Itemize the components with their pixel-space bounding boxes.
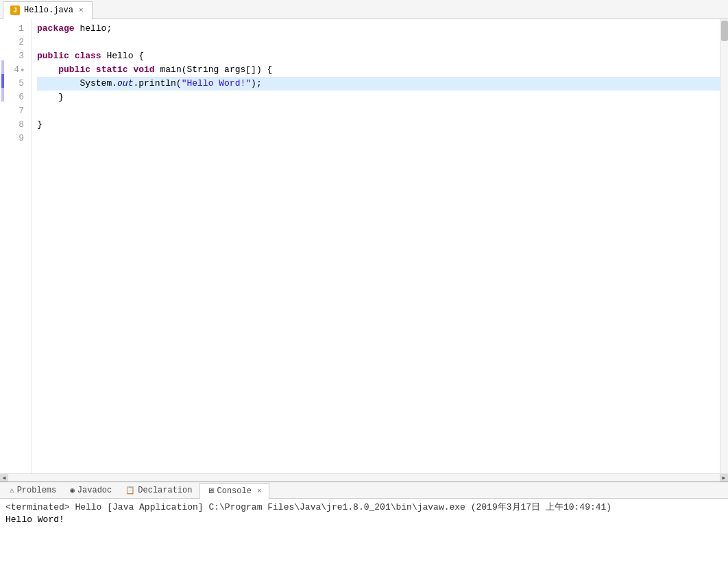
marker-bar-5: [1, 74, 4, 88]
problems-icon: ⚠: [10, 486, 14, 495]
line-num-3: 3: [5, 49, 27, 63]
javadoc-icon: ◉: [70, 486, 75, 495]
tab-console-close[interactable]: ×: [257, 487, 262, 495]
tab-problems-label: Problems: [17, 486, 57, 495]
marker-5: [0, 74, 5, 88]
left-markers: [0, 19, 5, 473]
editor-tab-label: Hello.java: [24, 5, 73, 15]
code-line-1: package hello;: [37, 22, 720, 36]
tab-declaration[interactable]: 📋 Declaration: [119, 482, 199, 499]
tab-declaration-label: Declaration: [138, 486, 192, 495]
code-line-7: [37, 104, 720, 118]
marker-4: [0, 60, 5, 74]
tab-problems[interactable]: ⚠ Problems: [3, 482, 63, 499]
tab-javadoc-label: Javadoc: [77, 486, 112, 495]
code-line-6: }: [37, 91, 720, 104]
java-file-icon: J: [10, 5, 20, 15]
editor-tab-close[interactable]: ×: [77, 6, 85, 14]
code-line-8: }: [37, 118, 720, 132]
editor-tab-bar: J Hello.java ×: [0, 0, 728, 19]
line-num-6: 6: [5, 91, 27, 104]
marker-3: [0, 47, 5, 60]
line-num-9: 9: [5, 132, 27, 145]
line-num-2: 2: [5, 36, 27, 49]
line-numbers: 1 2 3 4 5 6 7 8 9: [5, 19, 32, 473]
line-num-5: 5: [5, 77, 27, 91]
scroll-left-arrow[interactable]: ◀: [0, 474, 8, 482]
bottom-panel: ⚠ Problems ◉ Javadoc 📋 Declaration 🖥 Con…: [0, 482, 728, 581]
terminated-line: <terminated> Hello [Java Application] C:…: [5, 501, 723, 514]
code-line-2: [37, 36, 720, 49]
marker-2: [0, 33, 5, 47]
console-icon: 🖥: [207, 486, 215, 495]
tab-console[interactable]: 🖥 Console ×: [199, 483, 269, 499]
scrollbar-thumb[interactable]: [721, 21, 728, 41]
marker-bar-6: [1, 88, 4, 102]
scroll-track[interactable]: [8, 474, 720, 482]
console-output-text: Hello Word!: [5, 514, 723, 526]
marker-1: [0, 19, 5, 33]
line-num-8: 8: [5, 118, 27, 132]
editor-tab-hello-java[interactable]: J Hello.java ×: [3, 1, 93, 19]
code-line-9: [37, 132, 720, 145]
code-line-3: public class Hello {: [37, 49, 720, 63]
console-output-area: <terminated> Hello [Java Application] C:…: [0, 499, 728, 581]
horizontal-scrollbar[interactable]: ◀ ▶: [0, 473, 728, 482]
declaration-icon: 📋: [125, 486, 135, 495]
marker-bar-4: [1, 60, 4, 74]
scroll-right-arrow[interactable]: ▶: [720, 474, 728, 482]
line-num-7: 7: [5, 104, 27, 118]
tab-console-label: Console: [217, 486, 252, 496]
code-line-5: System.out.println("Hello Word!");: [37, 77, 720, 91]
editor-body: 1 2 3 4 5 6 7 8 9 package hello; public …: [0, 19, 728, 473]
line-num-4: 4: [5, 63, 27, 77]
editor-container: J Hello.java × 1 2 3 4 5: [0, 0, 728, 581]
marker-6: [0, 88, 5, 102]
code-line-4: public static void main(String args[]) {: [37, 63, 720, 77]
line-num-1: 1: [5, 22, 27, 36]
code-area[interactable]: package hello; public class Hello { publ…: [32, 19, 720, 473]
bottom-tab-bar: ⚠ Problems ◉ Javadoc 📋 Declaration 🖥 Con…: [0, 482, 728, 499]
vertical-scrollbar[interactable]: [720, 19, 728, 473]
tab-javadoc[interactable]: ◉ Javadoc: [63, 482, 119, 499]
